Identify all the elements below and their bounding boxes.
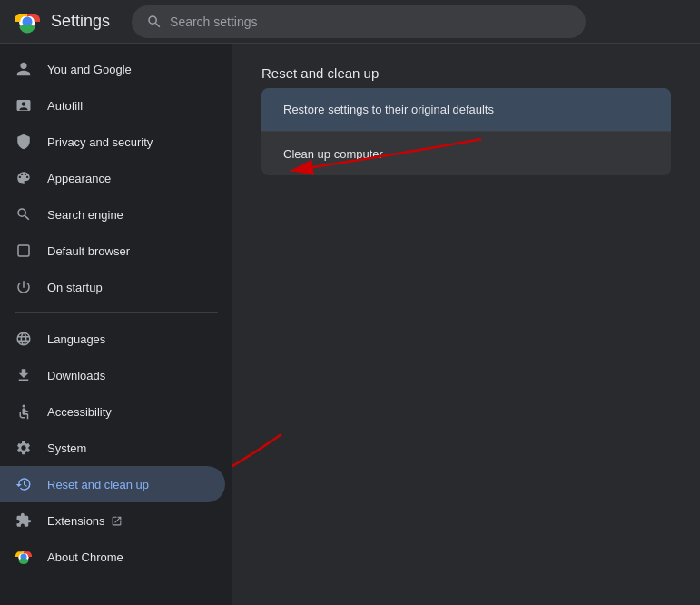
search-engine-icon: [15, 205, 33, 223]
autofill-icon: [15, 96, 33, 114]
sidebar-label-you-and-google: You and Google: [47, 63, 132, 76]
external-link-icon: [111, 514, 123, 527]
extensions-label-group: Extensions: [47, 514, 123, 528]
menu-item-restore-settings[interactable]: Restore settings to their original defau…: [261, 88, 671, 132]
sidebar-divider: [15, 312, 218, 313]
sidebar-label-about-chrome: About Chrome: [47, 550, 123, 564]
download-icon: [15, 366, 33, 384]
sidebar: You and Google Autofill Privacy and secu…: [0, 44, 232, 605]
menu-list: Restore settings to their original defau…: [261, 88, 671, 175]
sidebar-item-languages[interactable]: Languages: [0, 321, 225, 357]
sidebar-label-accessibility: Accessibility: [47, 405, 112, 419]
sidebar-item-you-and-google[interactable]: You and Google: [0, 51, 225, 87]
sidebar-label-autofill: Autofill: [47, 99, 83, 113]
section-title: Reset and clean up: [261, 65, 671, 81]
accessibility-icon: [15, 402, 33, 421]
sidebar-label-extensions: Extensions: [47, 514, 105, 528]
sidebar-label-on-startup: On startup: [47, 281, 103, 294]
search-input[interactable]: [170, 15, 571, 29]
extensions-icon: [15, 511, 33, 530]
sidebar-item-privacy-and-security[interactable]: Privacy and security: [0, 124, 225, 160]
sidebar-item-reset-and-clean-up[interactable]: Reset and clean up: [0, 466, 225, 502]
search-icon: [146, 14, 163, 30]
person-icon: [15, 60, 33, 78]
main-layout: You and Google Autofill Privacy and secu…: [0, 44, 700, 605]
sidebar-label-appearance: Appearance: [47, 172, 111, 185]
sidebar-label-privacy: Privacy and security: [47, 135, 153, 149]
clean-up-computer-label: Clean up computer: [283, 147, 383, 161]
restore-settings-label: Restore settings to their original defau…: [283, 103, 494, 116]
about-chrome-icon: [15, 548, 33, 566]
sidebar-item-system[interactable]: System: [0, 430, 225, 466]
sidebar-item-default-browser[interactable]: Default browser: [0, 233, 225, 269]
content-area: Reset and clean up Restore settings to t…: [232, 44, 700, 605]
search-bar[interactable]: [132, 5, 586, 38]
sidebar-label-system: System: [47, 441, 86, 455]
sidebar-label-search-engine: Search engine: [47, 208, 123, 222]
sidebar-item-accessibility[interactable]: Accessibility: [0, 393, 225, 430]
header: Settings: [0, 0, 700, 44]
sidebar-item-downloads[interactable]: Downloads: [0, 357, 225, 393]
chrome-logo-icon: [15, 9, 40, 35]
page-title: Settings: [51, 12, 110, 31]
sidebar-label-downloads: Downloads: [47, 369, 105, 382]
svg-point-3: [23, 405, 25, 408]
sidebar-label-reset: Reset and clean up: [47, 478, 149, 491]
appearance-icon: [15, 169, 33, 187]
globe-icon: [15, 330, 33, 348]
sidebar-item-about-chrome[interactable]: About Chrome: [0, 539, 225, 575]
menu-item-clean-up-computer[interactable]: Clean up computer: [261, 132, 671, 175]
reset-icon: [15, 475, 33, 493]
system-icon: [15, 439, 33, 457]
svg-rect-2: [18, 245, 29, 256]
default-browser-icon: [15, 242, 33, 260]
sidebar-item-appearance[interactable]: Appearance: [0, 160, 225, 196]
sidebar-label-languages: Languages: [47, 332, 105, 346]
sidebar-label-default-browser: Default browser: [47, 244, 130, 258]
sidebar-item-extensions[interactable]: Extensions: [0, 502, 225, 539]
sidebar-item-search-engine[interactable]: Search engine: [0, 196, 225, 233]
shield-icon: [15, 133, 33, 151]
sidebar-item-autofill[interactable]: Autofill: [0, 87, 225, 124]
sidebar-item-on-startup[interactable]: On startup: [0, 269, 225, 305]
power-icon: [15, 278, 33, 296]
